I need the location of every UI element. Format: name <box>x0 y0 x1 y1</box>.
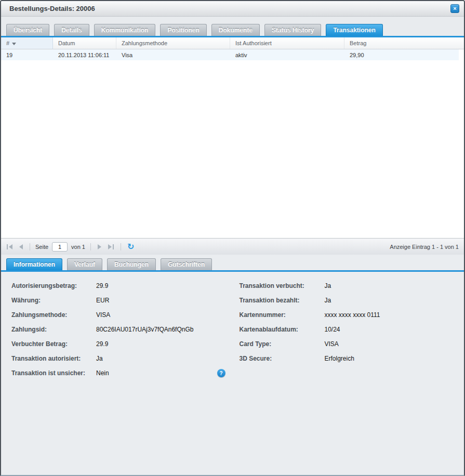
prev-page-button[interactable] <box>18 243 24 251</box>
tab-positionen[interactable]: Positionen <box>160 24 206 36</box>
column-header-zahlungsmethode[interactable]: Zahlungsmethode <box>116 37 230 49</box>
field-waehrung: Währung: EUR <box>1 293 233 308</box>
toolbar-separator <box>121 243 121 250</box>
tab-transaktionen[interactable]: Transaktionen <box>326 24 382 36</box>
last-page-button[interactable] <box>107 243 115 251</box>
column-header-ist-authorisiert[interactable]: Ist Authorisiert <box>230 37 344 49</box>
refresh-button[interactable]: ↻ <box>127 243 134 251</box>
order-tabs: Übersicht Details Kommunikation Position… <box>1 17 464 37</box>
display-count: Anzeige Eintrag 1 - 1 von 1 <box>390 244 459 250</box>
toolbar-separator <box>30 243 30 250</box>
table-row[interactable]: 19 20.11.2013 11:06:11 Visa aktiv 29,90 <box>1 49 459 60</box>
form-column-left: Autorisierungsbetrag: 29.9 Währung: EUR … <box>1 279 233 380</box>
tab-dokumente[interactable]: Dokumente <box>211 24 260 36</box>
page-of-label: von 1 <box>71 244 85 250</box>
toolbar-separator <box>90 243 91 250</box>
column-header-betrag[interactable]: Betrag <box>344 37 464 49</box>
transaction-detail-panel: Informationen Verlauf Buchungen Gutschri… <box>1 255 464 475</box>
page-input[interactable] <box>52 242 68 252</box>
close-button[interactable]: × <box>450 4 459 13</box>
field-autorisierungsbetrag: Autorisierungsbetrag: 29.9 <box>1 279 233 293</box>
tab-gutschriften[interactable]: Gutschriften <box>161 258 212 270</box>
grid-header: # Datum Zahlungsmethode Ist Authorisiert… <box>1 37 464 49</box>
cell-datum: 20.11.2013 11:06:11 <box>53 49 116 60</box>
column-header-datum[interactable]: Datum <box>53 37 116 49</box>
cell-id: 19 <box>1 49 53 60</box>
field-card-type: Card Type: VISA <box>233 337 464 351</box>
tab-uebersicht[interactable]: Übersicht <box>6 24 49 36</box>
information-form: Autorisierungsbetrag: 29.9 Währung: EUR … <box>1 272 464 380</box>
tab-kommunikation[interactable]: Kommunikation <box>94 24 156 36</box>
last-page-icon <box>108 244 112 249</box>
transactions-grid: # Datum Zahlungsmethode Ist Authorisiert… <box>1 37 464 238</box>
tab-verlauf[interactable]: Verlauf <box>67 258 102 270</box>
tab-informationen[interactable]: Informationen <box>6 258 62 270</box>
tab-buchungen[interactable]: Buchungen <box>107 258 156 270</box>
next-page-icon <box>98 244 101 249</box>
field-transaktion-verbucht: Transaktion verbucht: Ja <box>233 279 464 293</box>
field-zahlungsmethode: Zahlungsmethode: VISA <box>1 308 233 322</box>
tab-status-history[interactable]: Status History <box>264 24 321 36</box>
grid-empty-area <box>1 60 464 238</box>
window-title: Bestellungs-Details: 20006 <box>9 5 95 12</box>
next-page-button[interactable] <box>96 243 103 251</box>
prev-page-icon <box>19 244 23 249</box>
first-page-button[interactable] <box>5 243 14 251</box>
close-icon: × <box>453 6 456 11</box>
tab-details[interactable]: Details <box>54 24 89 36</box>
field-transaktion-autorisiert: Transaktion autorisiert: Ja <box>1 351 233 366</box>
order-details-window: Bestellungs-Details: 20006 × Übersicht D… <box>0 0 465 476</box>
page-label: Seite <box>35 244 48 250</box>
sort-desc-icon <box>12 43 16 45</box>
field-transaktion-bezahlt: Transaktion bezahlt: Ja <box>233 293 464 308</box>
cell-zahlungsmethode: Visa <box>116 49 230 60</box>
field-zahlungsid: Zahlungsid: 80C26IAU017rUAj3v7fQAn6fQnGb <box>1 322 233 337</box>
detail-tabs: Informationen Verlauf Buchungen Gutschri… <box>1 255 464 272</box>
field-transaktion-ist-unsicher: Transaktion ist unsicher: Nein ? <box>1 366 233 380</box>
cell-ist-authorisiert: aktiv <box>230 49 344 60</box>
field-verbuchter-betrag: Verbuchter Betrag: 29.9 <box>1 337 233 351</box>
column-header-id[interactable]: # <box>1 37 53 49</box>
window-titlebar: Bestellungs-Details: 20006 × <box>1 1 464 17</box>
first-page-icon <box>7 244 8 249</box>
form-column-right: Transaktion verbucht: Ja Transaktion bez… <box>233 279 464 380</box>
field-3d-secure: 3D Secure: Erfolgreich <box>233 351 464 366</box>
refresh-icon: ↻ <box>127 242 134 252</box>
help-icon[interactable]: ? <box>217 369 225 377</box>
field-kartennummer: Kartennummer: xxxx xxxx xxxx 0111 <box>233 308 464 322</box>
pagination-toolbar: Seite von 1 ↻ Anzeige Eintrag 1 - 1 von … <box>1 238 464 255</box>
field-kartenablaufdatum: Kartenablaufdatum: 10/24 <box>233 322 464 337</box>
cell-betrag: 29,90 <box>344 49 459 60</box>
